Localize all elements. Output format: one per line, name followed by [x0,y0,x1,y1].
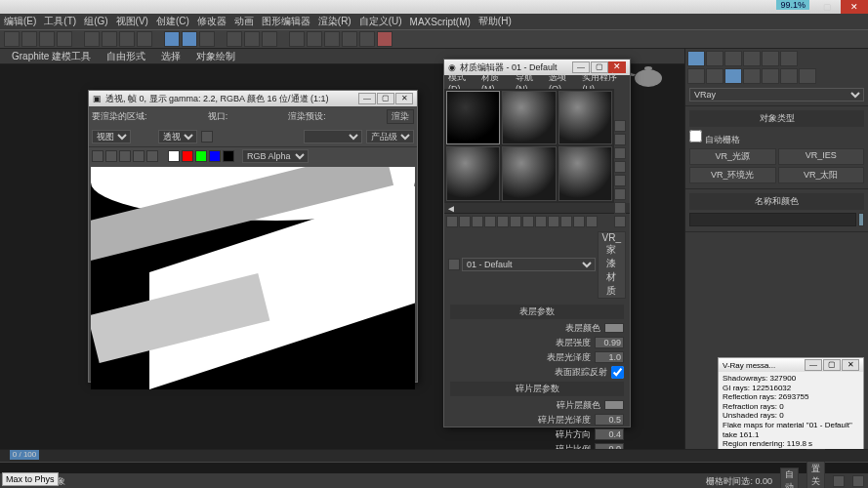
render-area-dropdown[interactable]: 视图 [92,130,131,143]
rgb-icon[interactable] [168,150,180,162]
btn-vrsun[interactable]: VR_太阳 [778,167,865,183]
green-channel-icon[interactable] [195,150,207,162]
panel-create-icon[interactable] [687,51,705,66]
reset-icon[interactable] [484,216,496,227]
material-slot-2[interactable] [502,91,556,144]
render-window-title[interactable]: ▣ 透视, 帧 0, 显示 gamma: 2.2, RGBA 颜色 16 位/通… [89,91,417,106]
tool-angle-snap[interactable] [182,31,197,47]
channel-dropdown[interactable]: RGB Alpha [242,149,309,163]
cat-camera-icon[interactable] [743,68,761,84]
tool-rotate[interactable] [119,31,135,47]
tool-curve-editor[interactable] [289,31,305,47]
time-slider[interactable]: 0 / 100 [10,450,39,460]
tool-redo[interactable] [21,31,37,47]
pick-icon[interactable] [448,259,460,270]
go-parent-icon[interactable] [573,216,585,227]
show-end-icon[interactable] [560,216,572,227]
tool-snap[interactable] [164,31,180,47]
surface-gloss-input[interactable]: 1.0 [595,351,624,363]
max-to-phys-button[interactable]: Max to Phys [2,472,59,486]
track-bar[interactable] [0,462,868,473]
tool-unlink[interactable] [57,31,72,47]
cat-space-icon[interactable] [780,68,798,84]
panel-motion-icon[interactable] [743,51,761,66]
lock-viewport-icon[interactable] [201,131,213,142]
clone-icon[interactable] [119,150,131,162]
blue-channel-icon[interactable] [209,150,221,162]
backlight-icon[interactable] [614,134,626,145]
render-preset-dropdown[interactable] [304,130,362,143]
panel-display-icon[interactable] [762,51,779,66]
menu-custom[interactable]: 自定义(U) [359,15,402,28]
menu-anim[interactable]: 动画 [234,15,254,28]
tool-scale[interactable] [137,31,152,47]
menu-help[interactable]: 帮助(H) [478,15,512,28]
tool-link[interactable] [39,31,55,47]
menu-tools[interactable]: 工具(T) [44,15,76,28]
cat-geometry-icon[interactable] [687,68,705,84]
tab-freeform[interactable]: 自由形式 [106,50,145,63]
object-name-input[interactable] [689,213,856,226]
video-check-icon[interactable] [614,175,626,186]
tool-align[interactable] [244,31,260,47]
clear-icon[interactable] [146,150,158,162]
menu-render[interactable]: 渲染(R) [318,15,351,28]
window-maximize[interactable]: ▢ [813,0,841,14]
material-slot-5[interactable] [502,146,556,200]
menu-maxscript[interactable]: MAXScript(M) [410,17,471,27]
tool-render[interactable] [377,31,393,47]
select-by-mat-icon[interactable] [614,216,626,227]
btn-vries[interactable]: VR_IES [778,148,865,165]
flake-color-swatch[interactable] [604,400,624,410]
autokey-button[interactable]: 自动 [780,468,799,488]
menu-view[interactable]: 视图(V) [116,15,148,28]
panel-hierarchy-icon[interactable] [724,51,742,66]
put-to-scene-icon[interactable] [459,216,471,227]
material-slot-3[interactable] [558,91,612,144]
preview-icon[interactable] [614,188,626,200]
material-slot-6[interactable] [558,146,612,200]
surface-strength-input[interactable]: 0.99 [595,337,624,348]
assign-icon[interactable] [472,216,483,227]
key-filter-icon[interactable] [852,475,864,487]
btn-vrambient[interactable]: VR_环境光 [689,167,776,183]
create-category-dropdown[interactable]: VRay [689,88,864,102]
material-slot-4[interactable] [446,146,500,200]
cat-light-icon[interactable] [724,68,742,84]
cat-system-icon[interactable] [799,68,816,84]
sample-type-icon[interactable] [614,120,626,132]
render-viewport-dropdown[interactable]: 透视 [158,130,197,143]
show-map-icon[interactable] [548,216,559,227]
menu-modifier[interactable]: 修改器 [197,15,227,28]
render-close[interactable]: ✕ [395,93,413,104]
render-button[interactable]: 渲染 [387,109,414,124]
object-color-swatch[interactable] [858,213,864,226]
vray-max[interactable]: ▢ [823,359,841,371]
mat-id-icon[interactable] [535,216,547,227]
window-close[interactable]: ✕ [841,0,868,14]
panel-modify-icon[interactable] [706,51,723,66]
flake-orient-input[interactable]: 0.4 [595,428,624,440]
vray-close[interactable]: ✕ [842,359,859,371]
material-name-dropdown[interactable]: 01 - Default [462,258,596,271]
menu-edit[interactable]: 编辑(E) [4,15,36,28]
tool-material[interactable] [324,31,340,47]
render-min[interactable]: — [358,93,376,104]
get-material-icon[interactable] [446,216,458,227]
background-icon[interactable] [614,147,626,159]
btn-vrlight[interactable]: VR_光源 [689,148,776,165]
put-to-lib-icon[interactable] [522,216,534,227]
surface-color-swatch[interactable] [604,323,624,333]
tool-undo[interactable] [4,31,20,47]
red-channel-icon[interactable] [182,150,193,162]
time-ruler[interactable]: 0 / 100 [0,450,868,462]
menu-create[interactable]: 创建(C) [156,15,189,28]
tool-mirror[interactable] [227,31,242,47]
render-max[interactable]: ▢ [377,93,394,104]
scroll-left-icon[interactable]: ◄ [446,203,456,213]
make-copy-icon[interactable] [497,216,509,227]
options-icon[interactable] [614,202,626,214]
trace-reflect-checkbox[interactable] [611,366,624,379]
print-icon[interactable] [133,150,145,162]
flake-gloss-input[interactable]: 0.5 [595,414,624,426]
